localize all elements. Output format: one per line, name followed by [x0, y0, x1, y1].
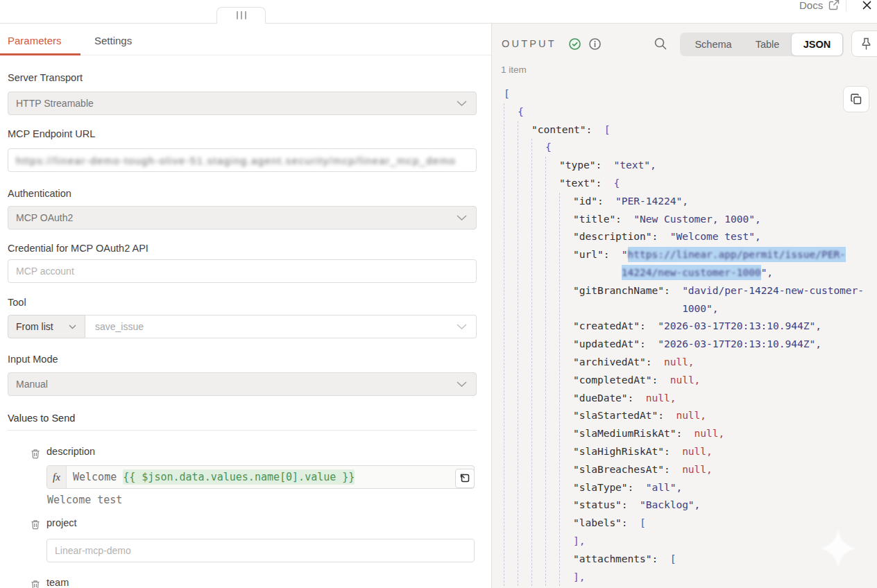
json-line: "type": "text", [492, 157, 877, 175]
external-link-icon [828, 0, 840, 10]
description-expression-input[interactable]: fx Welcome {{ $json.data.values.name[0].… [46, 465, 475, 489]
tool-value-select[interactable]: save_issue [85, 315, 477, 338]
delete-team-icon[interactable] [31, 580, 40, 588]
json-line: ], [492, 533, 877, 551]
tool-label: Tool [8, 297, 26, 308]
indent-guide [559, 193, 560, 586]
json-line: "updatedAt": "2026-03-17T20:13:10.944Z", [492, 336, 877, 354]
chevron-down-icon [69, 325, 76, 329]
fx-badge: fx [47, 466, 67, 488]
open-expression-editor-button[interactable] [455, 469, 475, 488]
output-panel: OUTPUT Schema Table JSON 1 item [492, 24, 877, 588]
input-mode-select[interactable]: Manual [8, 372, 477, 396]
chevron-down-icon [457, 381, 467, 387]
json-line: "archivedAt": null, [492, 354, 877, 372]
json-line: "dueDate": null, [492, 390, 877, 408]
delete-description-icon[interactable] [31, 449, 40, 459]
credential-label: Credential for MCP OAuth2 API [8, 243, 148, 254]
json-output-tree[interactable]: [{"content": [{"type": "text","text": {"… [492, 85, 877, 586]
json-line: "title": "New Customer, 1000", [492, 211, 877, 229]
indent-guide [531, 139, 532, 586]
success-check-icon [569, 38, 581, 50]
close-icon [862, 1, 871, 10]
authentication-label: Authentication [8, 188, 71, 199]
json-line: 14224/new-customer-1000", [492, 264, 877, 282]
indent-guide [518, 121, 518, 586]
json-line: "description": "Welcome test", [492, 228, 877, 246]
json-line: "labels": [ [492, 514, 877, 533]
view-tab-json[interactable]: JSON [791, 33, 843, 56]
copy-icon [851, 94, 862, 105]
panel-drag-handle[interactable] [216, 7, 266, 24]
json-line: "slaHighRiskAt": null, [492, 443, 877, 461]
server-transport-select[interactable]: HTTP Streamable [8, 92, 477, 115]
authentication-select[interactable]: MCP OAuth2 [8, 206, 477, 230]
expression-plain-text: Welcome [73, 471, 123, 483]
json-line: "createdAt": "2026-03-17T20:13:10.944Z", [492, 318, 877, 336]
tab-parameters[interactable]: Parameters [8, 35, 62, 46]
tool-mode-select[interactable]: From list [8, 315, 85, 338]
tool-row: From list save_issue [8, 315, 477, 338]
close-button[interactable] [861, 0, 872, 10]
node-details-view: Docs Parameters Settings Server Transpor… [0, 0, 877, 588]
project-input[interactable]: Linear-mcp-demo [46, 539, 475, 562]
active-tab-underline [0, 53, 80, 55]
values-to-send-title: Values to Send [8, 413, 75, 424]
chevron-down-icon [457, 324, 467, 329]
json-line: "attachments": [ [492, 551, 877, 569]
input-mode-label: Input Mode [8, 354, 58, 365]
credential-input[interactable]: MCP account [8, 259, 477, 283]
view-tab-schema[interactable]: Schema [695, 38, 731, 51]
output-title: OUTPUT [502, 38, 556, 49]
project-key-label: project [46, 517, 77, 528]
json-line: { [492, 103, 877, 121]
pin-icon [860, 37, 872, 51]
json-line: [ [492, 85, 877, 103]
json-line: "text": { [492, 175, 877, 193]
json-line: "gitBranchName": "david/per-14224-new-cu… [492, 282, 877, 300]
indent-guide [545, 157, 546, 586]
endpoint-url-input[interactable]: https://linear-demo-tough-olive-51.stagi… [8, 148, 477, 172]
docs-link[interactable]: Docs [799, 0, 840, 12]
json-line: "completedAt": null, [492, 372, 877, 390]
expand-expression-icon [460, 474, 470, 483]
json-line: "slaBreachesAt": null, [492, 461, 877, 479]
description-key-label: description [46, 446, 95, 457]
json-line: "id": "PER-14224", [492, 193, 877, 211]
expression-token: {{ $json.data.values.name[0].value }} [123, 469, 355, 485]
server-transport-label: Server Transport [8, 72, 83, 83]
grip-icon [237, 11, 246, 19]
top-bar-separator [846, 0, 846, 12]
delete-project-icon[interactable] [31, 519, 40, 530]
json-line: "status": "Backlog", [492, 496, 877, 514]
json-line: 1000", [492, 300, 877, 318]
items-count: 1 item [501, 64, 527, 75]
window-top-bar: Docs [0, 0, 877, 24]
endpoint-url-label: MCP Endpoint URL [8, 128, 95, 139]
chevron-down-icon [457, 101, 467, 106]
json-line: "slaType": "all", [492, 479, 877, 497]
search-icon[interactable] [654, 37, 667, 50]
team-key-label: team [46, 577, 69, 588]
json-line: "url": "https://linear.app/permit/issue/… [492, 246, 877, 264]
docs-label: Docs [799, 0, 823, 11]
view-tab-table[interactable]: Table [756, 38, 780, 51]
tab-settings[interactable]: Settings [94, 35, 132, 46]
pin-output-button[interactable] [851, 31, 877, 57]
selected-text: https://linear.app/permit/issue/PER- [628, 247, 846, 262]
json-line: "slaMediumRiskAt": null, [492, 425, 877, 443]
section-divider [8, 430, 477, 431]
expression-preview: Welcome test [47, 494, 122, 506]
copy-json-button[interactable] [843, 86, 869, 112]
json-line: ], [492, 569, 877, 587]
indent-guide [504, 103, 504, 586]
parameters-panel: Parameters Settings Server Transport HTT… [0, 24, 491, 588]
json-line: { [492, 139, 877, 157]
json-line: "slaStartedAt": null, [492, 407, 877, 425]
json-line: "content": [ [492, 121, 877, 139]
selected-text: 14224/new-customer-1000 [622, 265, 761, 280]
chevron-down-icon [457, 215, 467, 220]
info-icon[interactable] [589, 38, 601, 50]
view-switcher: Schema Table JSON [680, 33, 844, 56]
